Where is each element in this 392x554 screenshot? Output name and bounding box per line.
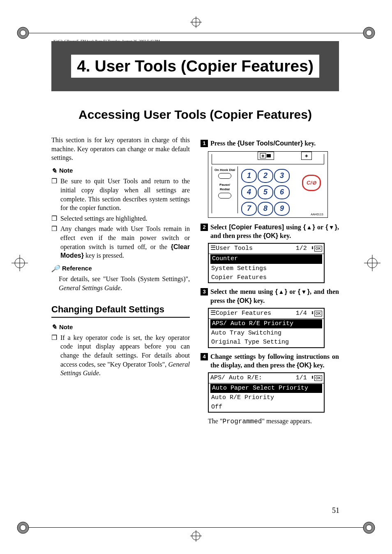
reference-label: Reference: [62, 264, 92, 272]
ok-indicator: OK: [314, 311, 322, 316]
crop-line-top: [29, 33, 363, 33]
svg-point-1: [20, 30, 26, 36]
svg-point-5: [20, 525, 26, 531]
subsection-title: Changing Default Settings: [51, 303, 190, 318]
key-5: 5: [258, 185, 273, 199]
registration-mark-mr: [364, 255, 380, 271]
ok-indicator: OK: [314, 246, 322, 252]
list-icon: ☰: [210, 245, 216, 252]
lcd-screen-1: ☰User Tools 1/2 ⬍OK Counter System Setti…: [208, 243, 325, 283]
lcd1-title: User Tools: [216, 245, 253, 252]
step-number-icon: 4: [201, 353, 208, 360]
tool-icon: ◈: [301, 152, 312, 160]
lcd2-row: Auto Tray Switching: [209, 329, 324, 338]
chapter-band: 4. User Tools (Copier Features): [51, 41, 339, 91]
pencil-icon: ✎: [51, 323, 57, 332]
lcd1-row: System Settings: [209, 264, 324, 273]
intro-paragraph: This section is for key operators in cha…: [51, 136, 190, 162]
on-hook-dial-label: On Hook Dial: [212, 168, 238, 173]
pause-redial-label: Pause/ Redial: [212, 183, 238, 192]
lcd3-page: 1/1: [296, 374, 307, 381]
step-1: 1 Press the {User Tools/Counter} key.: [201, 139, 339, 148]
registration-mark-bc: [188, 528, 204, 544]
reference-heading: 🔎 Reference: [51, 264, 190, 273]
programmed-message-text: The "Programmed" message appears.: [208, 417, 339, 427]
lcd2-row: Original Type Setting: [209, 338, 324, 347]
note-item: Any changes made with User Tools remain …: [51, 224, 190, 260]
lcd1-row-selected: Counter: [210, 254, 322, 263]
registration-mark-tc: [188, 14, 204, 30]
lcd2-title: Copier Features: [216, 310, 271, 317]
note-heading-1: ✎ Note: [51, 166, 190, 175]
key-7: 7: [241, 202, 257, 216]
note-label: Note: [59, 166, 73, 175]
note-item: If a key operator code is set, the key o…: [51, 333, 190, 378]
figure-id: AAH011S: [311, 212, 323, 216]
on-hook-dial-button: [218, 173, 231, 179]
chapter-title: 4. User Tools (Copier Features): [71, 55, 319, 78]
section-title: Accessing User Tools (Copier Features): [51, 108, 339, 122]
ok-indicator: OK: [314, 375, 322, 381]
note-list-1: Be sure to quit User Tools and return to…: [51, 177, 190, 260]
svg-point-7: [366, 525, 372, 531]
key-6: 6: [274, 185, 290, 199]
key-9: 9: [274, 202, 290, 216]
key-3: 3: [274, 169, 290, 183]
page-number: 51: [332, 506, 339, 515]
step-3: 3 Select the menu using {▲} or {▼}, and …: [201, 287, 339, 305]
lcd-screen-2: ☰Copier Features 1/4 ⬍OK APS/ Auto R/E P…: [208, 308, 325, 348]
reference-text: For details, see "User Tools (System Set…: [59, 275, 190, 292]
lcd3-row: Off: [209, 403, 324, 412]
list-icon: ☰: [210, 310, 216, 317]
svg-text:◈: ◈: [261, 153, 265, 158]
right-column: 1 Press the {User Tools/Counter} key. ◈ …: [201, 136, 339, 426]
lcd3-title: APS/ Auto R/E:: [210, 374, 262, 382]
pencil-icon: ✎: [51, 166, 57, 175]
lcd1-row: Copier Features: [209, 273, 324, 282]
left-column: This section is for key operators in cha…: [51, 136, 190, 426]
note-item: Be sure to quit User Tools and return to…: [51, 177, 190, 212]
note-heading-2: ✎ Note: [51, 323, 190, 332]
clear-stop-key: C/⊘: [302, 175, 321, 191]
step-number-icon: 2: [201, 224, 208, 231]
note-item: Selected settings are highlighted.: [51, 214, 190, 223]
registration-mark-br: [361, 519, 377, 536]
step-4: 4 Change settings by following instructi…: [201, 352, 339, 370]
lcd2-row-selected: APS/ Auto R/E Priority: [210, 319, 322, 328]
registration-mark-tr: [361, 25, 377, 41]
key-1: 1: [241, 169, 257, 183]
step-number-icon: 3: [201, 288, 208, 295]
registration-mark-tl: [15, 25, 31, 41]
key-4: 4: [241, 185, 257, 199]
pause-redial-button: [218, 193, 231, 199]
lcd2-page: 1/4: [296, 310, 307, 317]
registration-mark-bl: [15, 519, 31, 536]
svg-rect-22: [267, 154, 271, 157]
numeric-keypad: 1 2 3 4 5 6 7 8 9: [241, 169, 288, 216]
lcd3-row-selected: Auto Paper Select Priority: [210, 384, 322, 393]
step-2: 2 Select [Copier Features] using {▲} or …: [201, 223, 339, 240]
step-number-icon: 1: [201, 140, 208, 147]
key-8: 8: [258, 202, 273, 216]
magnifier-icon: 🔎: [51, 264, 60, 273]
registration-mark-ml: [12, 255, 28, 271]
note-label: Note: [59, 323, 73, 331]
key-2: 2: [258, 169, 273, 183]
lcd1-page: 1/2: [296, 245, 307, 252]
keypad-figure: ◈ ◈ On Hook Dial Pause/ Redial 1 2 3 4: [208, 151, 328, 218]
user-tools-key-icon: ◈: [258, 152, 274, 160]
svg-point-3: [366, 30, 372, 36]
note-list-2: If a key operator code is set, the key o…: [51, 333, 190, 378]
lcd-screen-3: APS/ Auto R/E: 1/1 ⬍OK Auto Paper Select…: [208, 372, 325, 413]
lcd3-row: Auto R/E Priority: [209, 393, 324, 402]
